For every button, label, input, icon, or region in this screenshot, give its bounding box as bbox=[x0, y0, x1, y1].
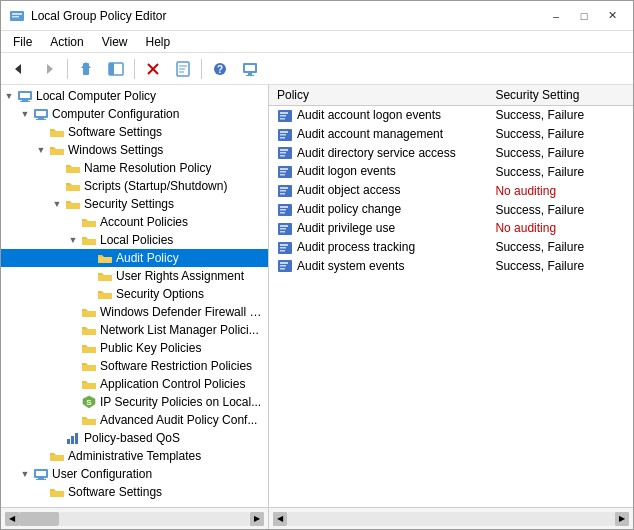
tree-item-srp[interactable]: ▶ Software Restriction Policies bbox=[1, 357, 268, 375]
icon-ws bbox=[49, 142, 65, 158]
scroll-right-left-arrow[interactable]: ◀ bbox=[273, 512, 287, 526]
up-button[interactable] bbox=[72, 56, 100, 82]
tree-item-auditpol[interactable]: ▶ Audit Policy bbox=[1, 249, 268, 267]
policy-name: Audit system events bbox=[269, 257, 487, 276]
label-nlm: Network List Manager Polici... bbox=[100, 323, 259, 337]
tree-item-nlm[interactable]: ▶ Network List Manager Polici... bbox=[1, 321, 268, 339]
svg-rect-60 bbox=[280, 131, 288, 133]
tree-item-uc_soft[interactable]: ▶ Software Settings bbox=[1, 483, 268, 501]
minimize-button[interactable]: – bbox=[543, 6, 569, 26]
tree: ▼ Local Computer Policy ▼ Computer Confi… bbox=[1, 85, 268, 503]
policy-name: Audit directory service access bbox=[269, 144, 487, 163]
menu-help[interactable]: Help bbox=[138, 33, 179, 51]
svg-text:S: S bbox=[86, 398, 92, 407]
tree-item-ss_soft[interactable]: ▶ Software Settings bbox=[1, 123, 268, 141]
table-row[interactable]: Audit account management Success, Failur… bbox=[269, 125, 633, 144]
tree-item-ura[interactable]: ▶ User Rights Assignment bbox=[1, 267, 268, 285]
scroll-left-track[interactable] bbox=[19, 512, 250, 526]
expand-cc[interactable]: ▼ bbox=[17, 106, 33, 122]
forward-icon bbox=[41, 61, 57, 77]
help-button[interactable]: ? bbox=[206, 56, 234, 82]
svg-rect-45 bbox=[82, 419, 96, 425]
bottom-bar: ◀ ▶ ◀ ▶ bbox=[1, 507, 633, 529]
tree-item-wdf[interactable]: ▶ Windows Defender Firewall w... bbox=[1, 303, 268, 321]
tree-item-pubkey[interactable]: ▶ Public Key Policies bbox=[1, 339, 268, 357]
col-header-setting[interactable]: Security Setting bbox=[487, 85, 633, 106]
table-row[interactable]: Audit process tracking Success, Failure bbox=[269, 238, 633, 257]
svg-rect-24 bbox=[20, 93, 30, 98]
expand-locpol[interactable]: ▼ bbox=[65, 232, 81, 248]
svg-rect-69 bbox=[280, 171, 286, 173]
svg-rect-88 bbox=[280, 262, 288, 264]
menu-action[interactable]: Action bbox=[42, 33, 91, 51]
svg-rect-8 bbox=[109, 63, 114, 75]
table-row[interactable]: Audit directory service access Success, … bbox=[269, 144, 633, 163]
close-button[interactable]: ✕ bbox=[599, 6, 625, 26]
scroll-right-track[interactable] bbox=[287, 512, 615, 526]
tree-item-nrp[interactable]: ▶ Name Resolution Policy bbox=[1, 159, 268, 177]
svg-rect-84 bbox=[280, 244, 288, 246]
icon-srp bbox=[81, 358, 97, 374]
expand-lcp[interactable]: ▼ bbox=[1, 88, 17, 104]
tree-item-locpol[interactable]: ▼ Local Policies bbox=[1, 231, 268, 249]
back-button[interactable] bbox=[5, 56, 33, 82]
properties-button[interactable] bbox=[169, 56, 197, 82]
svg-rect-68 bbox=[280, 168, 288, 170]
tree-item-pbqos[interactable]: ▶ Policy-based QoS bbox=[1, 429, 268, 447]
svg-rect-30 bbox=[50, 149, 64, 155]
show-hide-button[interactable] bbox=[102, 56, 130, 82]
table-row[interactable]: Audit privilege use No auditing bbox=[269, 219, 633, 238]
label-lcp: Local Computer Policy bbox=[36, 89, 156, 103]
table-row[interactable]: Audit account logon events Success, Fail… bbox=[269, 106, 633, 125]
tree-item-scripts[interactable]: ▶ Scripts (Startup/Shutdown) bbox=[1, 177, 268, 195]
tree-item-uc[interactable]: ▼ User Configuration bbox=[1, 465, 268, 483]
svg-rect-89 bbox=[280, 265, 286, 267]
tree-item-secopt[interactable]: ▶ Security Options bbox=[1, 285, 268, 303]
policy-name: Audit privilege use bbox=[269, 219, 487, 238]
toolbar-sep-2 bbox=[134, 59, 135, 79]
icon-lcp bbox=[17, 88, 33, 104]
label-locpol: Local Policies bbox=[100, 233, 173, 247]
tree-item-secsett[interactable]: ▼ Security Settings bbox=[1, 195, 268, 213]
tree-item-accpol[interactable]: ▶ Account Policies bbox=[1, 213, 268, 231]
expand-uc[interactable]: ▼ bbox=[17, 466, 33, 482]
policy-icon bbox=[277, 259, 293, 273]
tree-item-aap[interactable]: ▶ Advanced Audit Policy Conf... bbox=[1, 411, 268, 429]
icon-auditpol bbox=[97, 250, 113, 266]
expand-secsett[interactable]: ▼ bbox=[49, 196, 65, 212]
delete-button[interactable] bbox=[139, 56, 167, 82]
scroll-left-arrow[interactable]: ◀ bbox=[5, 512, 19, 526]
label-pubkey: Public Key Policies bbox=[100, 341, 201, 355]
scroll-right-right-arrow[interactable]: ▶ bbox=[615, 512, 629, 526]
main-window: Local Group Policy Editor – □ ✕ File Act… bbox=[0, 0, 634, 530]
maximize-button[interactable]: □ bbox=[571, 6, 597, 26]
policy-name: Audit object access bbox=[269, 181, 487, 200]
forward-button[interactable] bbox=[35, 56, 63, 82]
tree-item-cc[interactable]: ▼ Computer Configuration bbox=[1, 105, 268, 123]
tree-item-ipsec[interactable]: ▶ S IP Security Policies on Local... bbox=[1, 393, 268, 411]
tree-item-ws[interactable]: ▼ Windows Settings bbox=[1, 141, 268, 159]
scroll-right-arrow[interactable]: ▶ bbox=[250, 512, 264, 526]
tree-item-lcp[interactable]: ▼ Local Computer Policy bbox=[1, 87, 268, 105]
table-row[interactable]: Audit system events Success, Failure bbox=[269, 257, 633, 276]
security-setting: Success, Failure bbox=[487, 144, 633, 163]
table-row[interactable]: Audit object access No auditing bbox=[269, 181, 633, 200]
menu-file[interactable]: File bbox=[5, 33, 40, 51]
svg-rect-36 bbox=[98, 275, 112, 281]
svg-rect-29 bbox=[50, 131, 64, 137]
menu-view[interactable]: View bbox=[94, 33, 136, 51]
col-header-policy[interactable]: Policy bbox=[269, 85, 487, 106]
svg-marker-6 bbox=[81, 62, 91, 68]
expand-ws[interactable]: ▼ bbox=[33, 142, 49, 158]
table-row[interactable]: Audit logon events Success, Failure bbox=[269, 162, 633, 181]
svg-rect-48 bbox=[75, 433, 78, 444]
icon-accpol bbox=[81, 214, 97, 230]
monitor-button[interactable] bbox=[236, 56, 264, 82]
tree-item-admtpl[interactable]: ▶ Administrative Templates bbox=[1, 447, 268, 465]
svg-rect-52 bbox=[36, 479, 46, 480]
security-setting: Success, Failure bbox=[487, 125, 633, 144]
tree-item-acp[interactable]: ▶ Application Control Policies bbox=[1, 375, 268, 393]
table-row[interactable]: Audit policy change Success, Failure bbox=[269, 200, 633, 219]
security-setting: Success, Failure bbox=[487, 200, 633, 219]
svg-rect-70 bbox=[280, 174, 285, 176]
